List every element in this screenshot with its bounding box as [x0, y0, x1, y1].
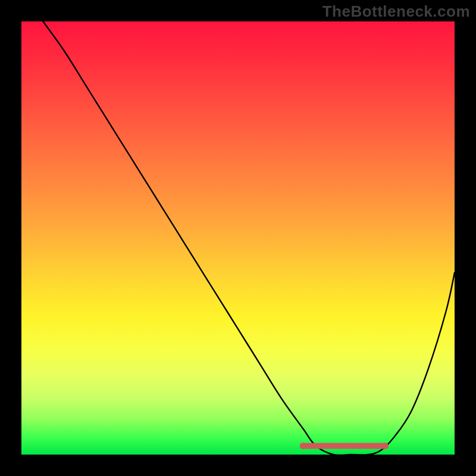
optimum-endpoint-right: [382, 443, 389, 449]
chart-frame: TheBottleneck.com: [0, 0, 476, 476]
plot-area: [21, 21, 455, 455]
bottleneck-curve: [43, 21, 455, 455]
watermark-text: TheBottleneck.com: [322, 2, 470, 21]
optimum-endpoint-left: [300, 443, 306, 449]
curve-svg: [21, 21, 455, 455]
